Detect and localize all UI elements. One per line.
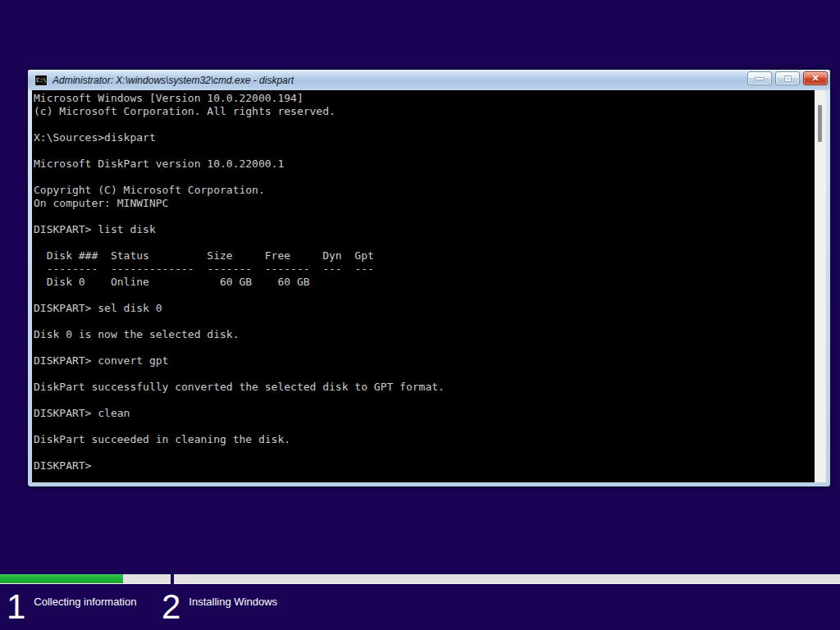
close-icon: ✕ xyxy=(811,74,819,83)
step-label: Collecting information xyxy=(34,596,136,608)
titlebar[interactable]: C:\ Administrator: X:\windows\system32\c… xyxy=(28,70,830,90)
window-controls: ✕ xyxy=(747,71,828,85)
window-title: Administrator: X:\windows\system32\cmd.e… xyxy=(52,75,747,86)
progress-segment-collecting xyxy=(0,574,171,584)
step-number: 2 xyxy=(162,589,180,625)
minimize-button[interactable] xyxy=(747,71,772,85)
scrollbar-thumb[interactable] xyxy=(818,105,822,142)
step-number: 1 xyxy=(7,589,25,625)
winpe-setup-screen: C:\ Administrator: X:\windows\system32\c… xyxy=(0,0,840,630)
vertical-scrollbar[interactable] xyxy=(815,90,826,482)
progress-fill-collecting xyxy=(0,574,123,583)
cmd-window: C:\ Administrator: X:\windows\system32\c… xyxy=(27,69,831,487)
setup-step-collecting-information: 1 Collecting information xyxy=(7,589,136,625)
close-button[interactable]: ✕ xyxy=(803,71,828,85)
terminal-area[interactable]: Microsoft Windows [Version 10.0.22000.19… xyxy=(32,90,826,482)
setup-progress-bar xyxy=(0,574,840,584)
console-output: Microsoft Windows [Version 10.0.22000.19… xyxy=(34,92,813,482)
maximize-button[interactable] xyxy=(775,71,800,85)
progress-segment-installing xyxy=(174,574,840,584)
minimize-icon xyxy=(755,77,765,80)
setup-step-installing-windows: 2 Installing Windows xyxy=(162,589,277,625)
step-label: Installing Windows xyxy=(189,596,277,608)
maximize-icon xyxy=(784,75,792,82)
cmd-prompt-icon: C:\ xyxy=(34,75,48,86)
